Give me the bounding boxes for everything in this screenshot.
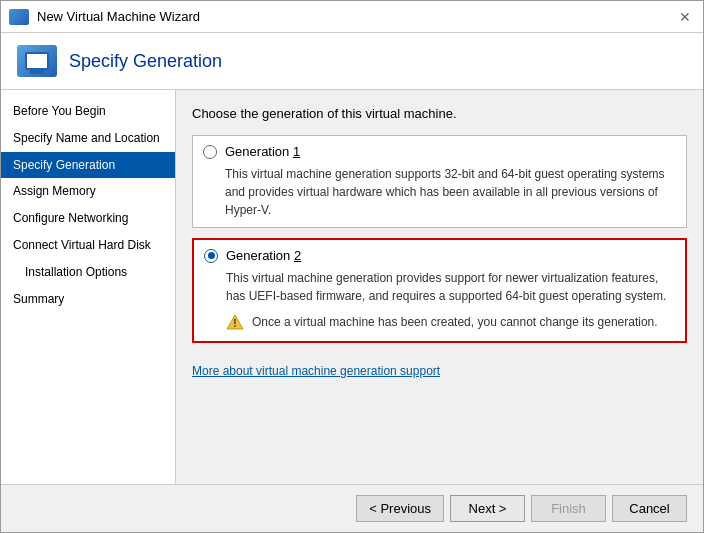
previous-button[interactable]: < Previous [356,495,444,522]
page-title: Specify Generation [69,51,222,72]
next-button[interactable]: Next > [450,495,525,522]
sidebar: Before You Begin Specify Name and Locati… [1,90,176,484]
generation-options: Generation 1 This virtual machine genera… [192,135,687,343]
generation-1-header: Generation 1 [203,144,676,159]
generation-2-label: Generation 2 [226,248,301,263]
generation-2-box[interactable]: Generation 2 This virtual machine genera… [192,238,687,343]
intro-text: Choose the generation of this virtual ma… [192,106,687,121]
generation-1-label: Generation 1 [225,144,300,159]
sidebar-item-assign-memory[interactable]: Assign Memory [1,178,175,205]
sidebar-item-connect-hard-disk[interactable]: Connect Virtual Hard Disk [1,232,175,259]
sidebar-item-installation-options[interactable]: Installation Options [1,259,175,286]
svg-text:!: ! [233,318,236,329]
page-header: Specify Generation [1,33,703,90]
header-icon [17,45,57,77]
warning-text: Once a virtual machine has been created,… [252,313,658,331]
generation-2-radio[interactable] [204,249,218,263]
cancel-button[interactable]: Cancel [612,495,687,522]
header-icon-inner [25,52,49,70]
generation-2-header: Generation 2 [204,248,675,263]
link-area: More about virtual machine generation su… [192,343,687,378]
generation-1-description: This virtual machine generation supports… [225,165,676,219]
window-title: New Virtual Machine Wizard [37,9,675,24]
content-area: Before You Begin Specify Name and Locati… [1,90,703,484]
sidebar-item-specify-name[interactable]: Specify Name and Location [1,125,175,152]
window: New Virtual Machine Wizard ✕ Specify Gen… [0,0,704,533]
finish-button[interactable]: Finish [531,495,606,522]
generation-2-description: This virtual machine generation provides… [226,269,675,305]
warning-box: ! Once a virtual machine has been create… [226,313,675,333]
main-content: Choose the generation of this virtual ma… [176,90,703,484]
close-button[interactable]: ✕ [675,7,695,27]
more-info-link[interactable]: More about virtual machine generation su… [192,364,440,378]
title-bar: New Virtual Machine Wizard ✕ [1,1,703,33]
sidebar-item-specify-generation[interactable]: Specify Generation [1,152,175,179]
generation-1-radio[interactable] [203,145,217,159]
warning-icon: ! [226,314,244,333]
sidebar-item-configure-networking[interactable]: Configure Networking [1,205,175,232]
window-icon [9,9,29,25]
sidebar-item-summary[interactable]: Summary [1,286,175,313]
footer: < Previous Next > Finish Cancel [1,484,703,532]
sidebar-item-before-you-begin[interactable]: Before You Begin [1,98,175,125]
generation-1-box[interactable]: Generation 1 This virtual machine genera… [192,135,687,228]
